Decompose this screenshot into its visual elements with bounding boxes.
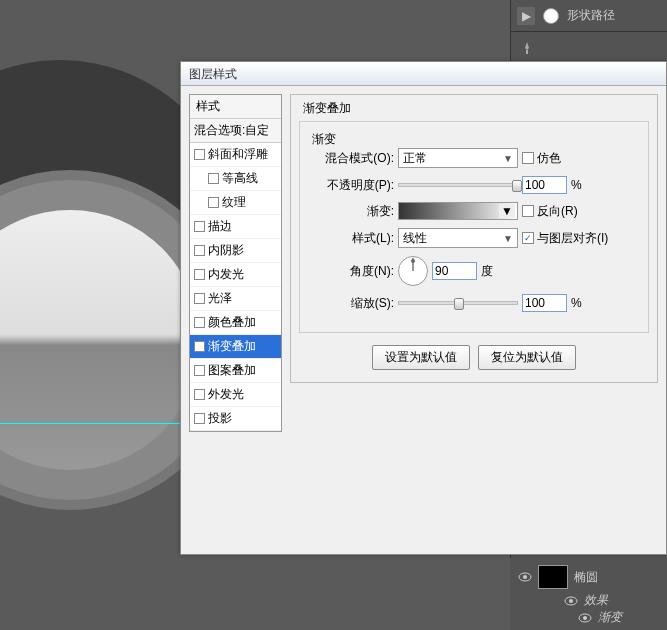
style-checkbox[interactable]: ✓: [194, 341, 205, 352]
style-label: 样式(L):: [308, 230, 394, 247]
layers-panel: 椭圆 效果 渐变: [510, 558, 667, 630]
opacity-slider[interactable]: [398, 183, 518, 187]
style-checkbox[interactable]: [194, 317, 205, 328]
opacity-input[interactable]: [522, 176, 567, 194]
style-item-label: 纹理: [222, 194, 246, 211]
blend-mode-value: 正常: [403, 150, 427, 167]
style-item[interactable]: ✓渐变叠加: [190, 335, 281, 359]
svg-point-1: [523, 575, 527, 579]
reverse-checkbox[interactable]: [522, 205, 534, 217]
style-item[interactable]: 等高线: [190, 167, 281, 191]
settings-group-title: 渐变叠加: [299, 100, 355, 117]
layer-thumbnail: [538, 565, 568, 589]
blend-options-item[interactable]: 混合选项:自定: [190, 119, 281, 143]
align-checkbox[interactable]: ✓: [522, 232, 534, 244]
style-item[interactable]: 内发光: [190, 263, 281, 287]
dropdown-arrow-icon: ▼: [499, 204, 515, 218]
style-item[interactable]: 斜面和浮雕: [190, 143, 281, 167]
percent-label: %: [571, 178, 582, 192]
style-item-label: 图案叠加: [208, 362, 256, 379]
layer-row[interactable]: 椭圆: [514, 562, 663, 592]
style-checkbox[interactable]: [194, 389, 205, 400]
play-icon[interactable]: ▶: [517, 7, 535, 25]
style-list: 样式 混合选项:自定 斜面和浮雕等高线纹理描边内阴影内发光光泽颜色叠加✓渐变叠加…: [189, 94, 282, 432]
align-label: 与图层对齐(I): [537, 230, 608, 247]
style-item-label: 渐变叠加: [208, 338, 256, 355]
reverse-label: 反向(R): [537, 203, 578, 220]
dither-checkbox[interactable]: [522, 152, 534, 164]
angle-dial[interactable]: [398, 256, 428, 286]
fx-label: 效果: [584, 592, 608, 609]
style-item[interactable]: 外发光: [190, 383, 281, 407]
visibility-icon[interactable]: [578, 611, 592, 625]
style-checkbox[interactable]: [208, 173, 219, 184]
style-item-label: 描边: [208, 218, 232, 235]
dialog-titlebar[interactable]: 图层样式: [181, 62, 666, 86]
fx-row[interactable]: 效果: [514, 592, 663, 609]
style-checkbox[interactable]: [194, 149, 205, 160]
style-checkbox[interactable]: [208, 197, 219, 208]
style-item[interactable]: 图案叠加: [190, 359, 281, 383]
layer-style-dialog: 图层样式 样式 混合选项:自定 斜面和浮雕等高线纹理描边内阴影内发光光泽颜色叠加…: [180, 61, 667, 555]
style-item[interactable]: 光泽: [190, 287, 281, 311]
degree-label: 度: [481, 263, 493, 280]
style-select[interactable]: 线性 ▼: [398, 228, 518, 248]
set-default-button[interactable]: 设置为默认值: [372, 345, 470, 370]
style-checkbox[interactable]: [194, 365, 205, 376]
dropdown-arrow-icon: ▼: [503, 153, 513, 164]
scale-input[interactable]: [522, 294, 567, 312]
blend-mode-select[interactable]: 正常 ▼: [398, 148, 518, 168]
style-checkbox[interactable]: [194, 245, 205, 256]
style-item[interactable]: 颜色叠加: [190, 311, 281, 335]
settings-sub-title: 渐变: [308, 131, 340, 148]
style-item[interactable]: 纹理: [190, 191, 281, 215]
scale-slider[interactable]: [398, 301, 518, 305]
style-checkbox[interactable]: [194, 269, 205, 280]
style-item-label: 斜面和浮雕: [208, 146, 268, 163]
layer-name: 椭圆: [574, 569, 598, 586]
scale-label: 缩放(S):: [308, 295, 394, 312]
style-item-label: 外发光: [208, 386, 244, 403]
fx-sub-label: 渐变: [598, 609, 622, 626]
angle-label: 角度(N):: [308, 263, 394, 280]
settings-panel: 渐变叠加 渐变 混合模式(O): 正常 ▼ 仿色: [290, 94, 658, 432]
gradient-preview[interactable]: ▼: [398, 202, 518, 220]
svg-point-3: [569, 599, 573, 603]
reset-default-button[interactable]: 复位为默认值: [478, 345, 576, 370]
style-item-label: 等高线: [222, 170, 258, 187]
opacity-label: 不透明度(P):: [308, 177, 394, 194]
svg-point-5: [583, 616, 587, 620]
style-item-label: 内阴影: [208, 242, 244, 259]
gradient-label: 渐变:: [308, 203, 394, 220]
dialog-title: 图层样式: [189, 67, 237, 81]
style-item[interactable]: 描边: [190, 215, 281, 239]
visibility-icon[interactable]: [564, 594, 578, 608]
style-value: 线性: [403, 230, 427, 247]
shape-circle-icon[interactable]: [543, 8, 559, 24]
percent-label: %: [571, 296, 582, 310]
shape-path-label: 形状路径: [567, 7, 615, 24]
style-item[interactable]: 投影: [190, 407, 281, 431]
fx-sub-row[interactable]: 渐变: [514, 609, 663, 626]
style-checkbox[interactable]: [194, 293, 205, 304]
style-item-label: 光泽: [208, 290, 232, 307]
blend-mode-label: 混合模式(O):: [308, 150, 394, 167]
style-item[interactable]: 内阴影: [190, 239, 281, 263]
style-item-label: 投影: [208, 410, 232, 427]
visibility-icon[interactable]: [518, 570, 532, 584]
style-list-header[interactable]: 样式: [190, 95, 281, 119]
dropdown-arrow-icon: ▼: [503, 233, 513, 244]
dither-label: 仿色: [537, 150, 561, 167]
style-checkbox[interactable]: [194, 413, 205, 424]
style-item-label: 内发光: [208, 266, 244, 283]
style-item-label: 颜色叠加: [208, 314, 256, 331]
style-checkbox[interactable]: [194, 221, 205, 232]
angle-input[interactable]: [432, 262, 477, 280]
